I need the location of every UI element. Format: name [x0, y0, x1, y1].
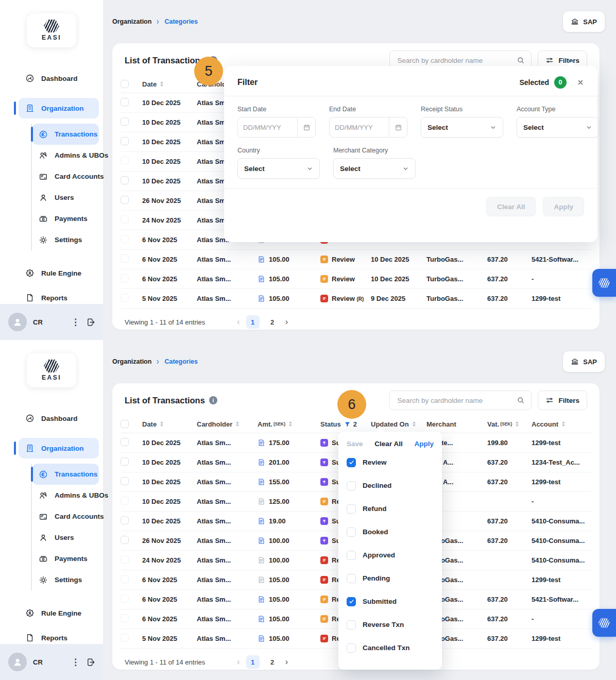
sort-icon[interactable] — [562, 421, 565, 427]
logout-icon[interactable] — [86, 317, 96, 327]
status-option-declined[interactable]: Declined — [338, 474, 442, 497]
merchant-category-select[interactable]: Select — [333, 158, 416, 179]
info-icon[interactable]: i — [209, 396, 217, 404]
filters-button[interactable]: Filters — [538, 390, 587, 410]
apply-button[interactable]: Apply — [543, 197, 584, 216]
row-checkbox[interactable] — [121, 497, 129, 505]
sidebar-item-dashboard[interactable]: Dashboard — [19, 68, 99, 89]
row-checkbox[interactable] — [121, 274, 129, 282]
receipt-icon[interactable] — [258, 635, 265, 642]
select-all-checkbox[interactable] — [121, 420, 129, 428]
end-date-input[interactable]: DD/MM/YYY — [329, 117, 407, 138]
checkbox[interactable] — [347, 597, 356, 606]
row-checkbox[interactable] — [121, 196, 129, 204]
col-status[interactable]: Status2 — [320, 420, 371, 428]
sidebar-item-settings[interactable]: Settings — [32, 569, 99, 590]
search-input[interactable] — [396, 396, 512, 405]
checkbox[interactable] — [347, 643, 356, 653]
apply-button[interactable]: Apply — [414, 440, 434, 448]
checkbox[interactable] — [347, 574, 356, 583]
row-checkbox[interactable] — [121, 438, 129, 446]
status-option-submitted[interactable]: Submitted — [338, 590, 442, 613]
checkbox[interactable] — [347, 620, 356, 630]
sidebar-item-payments[interactable]: Payments — [32, 208, 99, 229]
col-date[interactable]: Date — [142, 80, 197, 88]
sort-icon[interactable] — [236, 421, 239, 427]
status-option-cancelled-txn[interactable]: Cancelled Txn — [338, 636, 442, 659]
sidebar-item-transactions[interactable]: Transactions — [32, 464, 99, 485]
page-button-2[interactable]: 2 — [266, 655, 279, 669]
sap-button[interactable]: SAP — [563, 351, 605, 372]
kebab-menu-icon[interactable]: ⋮ — [71, 658, 80, 667]
logout-icon[interactable] — [86, 657, 96, 667]
breadcrumb-root[interactable]: Organization — [112, 358, 151, 365]
row-checkbox[interactable] — [121, 294, 129, 302]
close-icon[interactable] — [577, 79, 584, 86]
sidebar-item-rule-engine[interactable]: Rule Engine — [19, 263, 99, 283]
clear-all-button[interactable]: Clear All — [486, 197, 536, 216]
receipt-icon[interactable] — [258, 576, 265, 584]
checkbox[interactable] — [347, 528, 356, 537]
row-checkbox[interactable] — [121, 157, 129, 165]
prev-page-button[interactable]: ‹ — [237, 658, 239, 666]
sort-icon[interactable] — [289, 421, 292, 427]
page-button-1[interactable]: 1 — [246, 315, 260, 329]
receipt-icon[interactable] — [258, 439, 265, 447]
col-vat[interactable]: Vat.(SEK) — [487, 420, 532, 428]
sidebar-item-organization[interactable]: Organization — [19, 438, 99, 458]
row-checkbox[interactable] — [121, 634, 129, 642]
status-option-review[interactable]: Review — [338, 451, 442, 474]
table-row[interactable]: 5 Nov 2025Atlas Sm...105.00Review (R)9 D… — [121, 289, 591, 309]
sort-icon[interactable] — [160, 421, 163, 427]
page-button-2[interactable]: 2 — [266, 315, 279, 329]
start-date-input[interactable]: DD/MM/YYY — [237, 117, 316, 138]
sidebar-item-dashboard[interactable]: Dashboard — [19, 408, 99, 429]
row-checkbox[interactable] — [121, 614, 129, 622]
sidebar-item-users[interactable]: Users — [32, 527, 99, 548]
table-row[interactable]: 6 Nov 2025Atlas Sm...105.00Review10 Dec … — [121, 250, 591, 269]
easi-fab-button[interactable] — [592, 609, 616, 637]
receipt-icon[interactable] — [258, 517, 265, 525]
status-option-booked[interactable]: Booked — [338, 520, 442, 543]
page-button-1[interactable]: 1 — [246, 655, 260, 669]
sidebar-item-transactions[interactable]: Transactions — [32, 124, 99, 145]
easi-fab-button[interactable] — [592, 269, 616, 297]
receipt-icon[interactable] — [258, 256, 265, 263]
row-checkbox[interactable] — [121, 457, 129, 466]
clear-all-button[interactable]: Clear All — [374, 440, 402, 448]
select-all-checkbox[interactable] — [121, 80, 129, 88]
sidebar-item-settings[interactable]: Settings — [32, 229, 99, 250]
save-button[interactable]: Save — [347, 440, 363, 448]
checkbox[interactable] — [347, 481, 356, 490]
search-input[interactable] — [396, 56, 512, 65]
status-option-approved[interactable]: Approved — [338, 543, 442, 567]
row-checkbox[interactable] — [121, 98, 129, 106]
checkbox[interactable] — [347, 458, 356, 467]
row-checkbox[interactable] — [121, 215, 129, 224]
sidebar-item-admins-ubos[interactable]: Admins & UBOs — [32, 145, 99, 166]
row-checkbox[interactable] — [121, 555, 129, 564]
search-box[interactable] — [389, 390, 532, 410]
col-account[interactable]: Account — [532, 420, 591, 428]
receipt-icon[interactable] — [258, 478, 265, 486]
sap-button[interactable]: SAP — [563, 11, 605, 32]
sidebar-item-payments[interactable]: Payments — [32, 548, 99, 569]
sidebar-item-organization[interactable]: Organization — [19, 98, 99, 118]
sidebar-item-card-accounts[interactable]: Card Accounts — [32, 166, 99, 187]
table-row[interactable]: 6 Nov 2025Atlas Sm...105.00Review10 Dec … — [121, 269, 591, 289]
sort-icon[interactable] — [413, 421, 416, 427]
next-page-button[interactable]: › — [285, 318, 288, 326]
receipt-icon[interactable] — [258, 295, 265, 302]
checkbox[interactable] — [347, 504, 356, 514]
kebab-menu-icon[interactable]: ⋮ — [71, 318, 80, 327]
country-select[interactable]: Select — [237, 158, 320, 179]
account-type-select[interactable]: Select — [517, 117, 599, 138]
sidebar-item-admins-ubos[interactable]: Admins & UBOs — [32, 485, 99, 506]
status-option-pending[interactable]: Pending — [338, 567, 442, 590]
status-option-reverse-txn[interactable]: Reverse Txn — [338, 613, 442, 636]
row-checkbox[interactable] — [121, 117, 129, 126]
row-checkbox[interactable] — [121, 516, 129, 524]
receipt-icon[interactable] — [258, 556, 265, 564]
receipt-icon[interactable] — [258, 537, 265, 545]
receipt-icon[interactable] — [258, 596, 265, 603]
